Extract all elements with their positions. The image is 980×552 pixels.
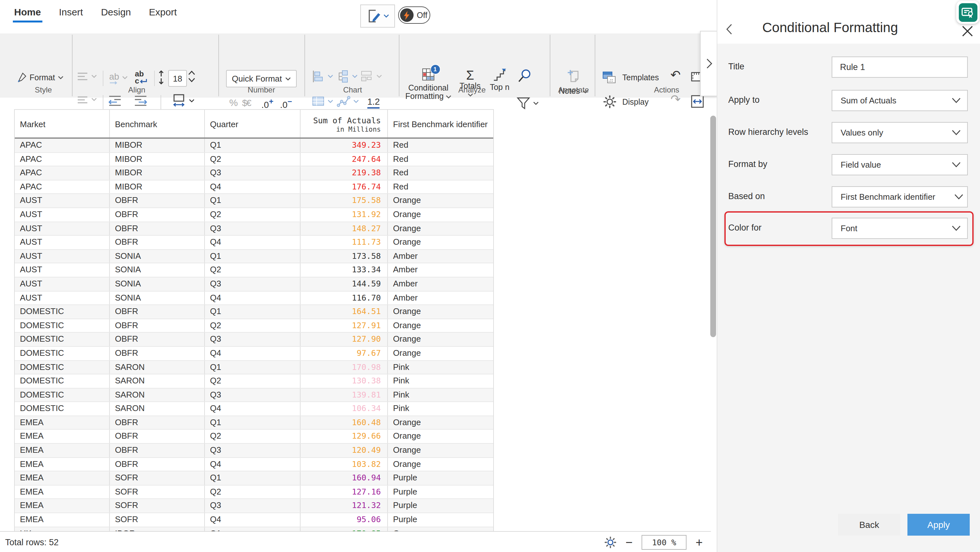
column-header-sum-of-actuals[interactable]: Sum of Actuals in Millions bbox=[301, 110, 388, 137]
cell-value[interactable]: 129.66 bbox=[301, 430, 388, 443]
close-icon[interactable] bbox=[962, 26, 973, 37]
cell-quarter[interactable]: Q3 bbox=[205, 222, 301, 235]
cell-market[interactable]: APAC bbox=[15, 153, 110, 166]
cell-value[interactable]: 175.58 bbox=[301, 194, 388, 207]
zoom-out-button[interactable]: − bbox=[625, 536, 633, 548]
tab-export[interactable]: Export bbox=[149, 6, 177, 22]
table-view-button[interactable] bbox=[312, 96, 333, 107]
table-row[interactable]: DOMESTICSARONQ3139.81Pink bbox=[15, 388, 493, 402]
font-size-input[interactable]: 18 bbox=[168, 70, 187, 87]
table-row[interactable]: EMEASOFRQ1160.94Purple bbox=[15, 472, 493, 485]
cell-quarter[interactable]: Q4 bbox=[205, 180, 301, 194]
cell-value[interactable]: 247.64 bbox=[301, 153, 388, 166]
cell-identifier[interactable]: Orange bbox=[388, 194, 493, 207]
title-input[interactable] bbox=[832, 57, 968, 78]
cell-benchmark[interactable]: MIBOR bbox=[110, 180, 205, 194]
table-row[interactable]: EMEASOFRQ3121.32Purple bbox=[15, 500, 493, 513]
edit-mode-button[interactable] bbox=[360, 5, 395, 28]
cell-benchmark[interactable]: SONIA bbox=[110, 277, 205, 291]
cell-identifier[interactable]: Red bbox=[388, 166, 493, 180]
vertical-scrollbar[interactable] bbox=[710, 116, 716, 337]
cell-market[interactable]: AUST bbox=[15, 236, 110, 249]
cell-value[interactable]: 164.51 bbox=[301, 305, 388, 318]
cell-market[interactable]: AUST bbox=[15, 250, 110, 263]
vertical-align-button[interactable] bbox=[77, 96, 97, 103]
cell-market[interactable]: AUST bbox=[15, 264, 110, 277]
title-input-value[interactable] bbox=[832, 62, 967, 72]
cell-value[interactable]: 127.90 bbox=[301, 333, 388, 346]
column-header-identifier[interactable]: First Benchmark identifier bbox=[388, 110, 493, 137]
decimal-notation-button[interactable]: 1.2 bbox=[368, 96, 380, 108]
cell-quarter[interactable]: Q2 bbox=[205, 430, 301, 443]
cell-benchmark[interactable]: SARON bbox=[110, 374, 205, 388]
cell-market[interactable]: DOMESTIC bbox=[15, 305, 110, 318]
table-row[interactable]: AUSTSONIAQ2133.34Amber bbox=[15, 264, 493, 277]
cell-market[interactable]: EMEA bbox=[15, 513, 110, 526]
cell-quarter[interactable]: Q4 bbox=[205, 236, 301, 249]
cell-benchmark[interactable]: OBFR bbox=[110, 347, 205, 360]
table-row[interactable]: AUSTOBFRQ3148.27Orange bbox=[15, 222, 493, 236]
table-row[interactable]: APACMIBORQ4176.74Red bbox=[15, 180, 493, 194]
cell-identifier[interactable]: Orange bbox=[388, 416, 493, 430]
cell-identifier[interactable]: Purple bbox=[388, 472, 493, 485]
apply-to-dropdown[interactable]: Sum of Actuals bbox=[832, 90, 968, 111]
table-row[interactable]: EMEAOBFRQ3120.49Orange bbox=[15, 444, 493, 458]
cell-quarter[interactable]: Q2 bbox=[205, 208, 301, 221]
cell-identifier[interactable]: Red bbox=[388, 153, 493, 166]
table-row[interactable]: DOMESTICOBFRQ1164.51Orange bbox=[15, 305, 493, 319]
cell-value[interactable]: 95.06 bbox=[301, 513, 388, 526]
cell-identifier[interactable]: Orange bbox=[388, 305, 493, 318]
cell-identifier[interactable]: Orange bbox=[388, 236, 493, 249]
color-for-dropdown[interactable]: Font bbox=[832, 218, 968, 239]
cell-identifier[interactable]: Pink bbox=[388, 374, 493, 388]
column-header-market[interactable]: Market bbox=[15, 110, 110, 137]
cell-quarter[interactable]: Q2 bbox=[205, 153, 301, 166]
cell-value[interactable]: 148.27 bbox=[301, 222, 388, 235]
cell-value[interactable]: 97.67 bbox=[301, 347, 388, 360]
cell-quarter[interactable]: Q4 bbox=[205, 458, 301, 471]
cell-market[interactable]: DOMESTIC bbox=[15, 333, 110, 346]
row-hierarchy-dropdown[interactable]: Values only bbox=[832, 122, 968, 143]
cell-identifier[interactable]: Orange bbox=[388, 458, 493, 471]
cell-value[interactable]: 106.34 bbox=[301, 402, 388, 415]
cell-market[interactable]: APAC bbox=[15, 180, 110, 194]
zoom-level-input[interactable]: 100 % bbox=[641, 535, 687, 549]
cell-value[interactable]: 121.32 bbox=[301, 500, 388, 512]
cell-quarter[interactable]: Q1 bbox=[205, 194, 301, 207]
cell-benchmark[interactable]: OBFR bbox=[110, 236, 205, 249]
tab-insert[interactable]: Insert bbox=[59, 6, 83, 22]
cell-benchmark[interactable]: SONIA bbox=[110, 264, 205, 277]
cell-value[interactable]: 144.59 bbox=[301, 277, 388, 291]
add-decimal-button[interactable]: .0+ bbox=[261, 97, 273, 110]
cell-identifier[interactable]: Orange bbox=[388, 208, 493, 221]
chevron-up-icon[interactable] bbox=[188, 70, 195, 75]
cell-value[interactable]: 111.73 bbox=[301, 236, 388, 249]
remove-decimal-button[interactable]: .0− bbox=[280, 97, 292, 110]
cell-value[interactable]: 130.38 bbox=[301, 374, 388, 388]
cell-quarter[interactable]: Q3 bbox=[205, 277, 301, 291]
cell-benchmark[interactable]: SOFR bbox=[110, 500, 205, 512]
increase-indent-button[interactable] bbox=[134, 95, 148, 107]
cell-identifier[interactable]: Orange bbox=[388, 319, 493, 332]
back-button[interactable]: Back bbox=[838, 514, 900, 536]
cell-quarter[interactable]: Q2 bbox=[205, 319, 301, 332]
resize-button[interactable] bbox=[690, 94, 705, 108]
cell-quarter[interactable]: Q1 bbox=[205, 416, 301, 430]
cell-market[interactable]: EMEA bbox=[15, 416, 110, 430]
cell-market[interactable]: EMEA bbox=[15, 500, 110, 512]
percent-format-button[interactable]: % bbox=[229, 97, 238, 108]
cell-market[interactable]: DOMESTIC bbox=[15, 361, 110, 374]
cell-market[interactable]: EMEA bbox=[15, 430, 110, 443]
search-button[interactable] bbox=[518, 69, 532, 84]
cell-quarter[interactable]: Q3 bbox=[205, 333, 301, 346]
cell-identifier[interactable]: Orange bbox=[388, 347, 493, 360]
font-size-stepper[interactable] bbox=[188, 70, 195, 83]
cell-quarter[interactable]: Q4 bbox=[205, 291, 301, 304]
cell-market[interactable]: EMEA bbox=[15, 485, 110, 499]
cell-identifier[interactable]: Orange bbox=[388, 444, 493, 457]
wrap-text-button[interactable]: ab c bbox=[135, 70, 147, 84]
cell-quarter[interactable]: Q4 bbox=[205, 347, 301, 360]
cell-benchmark[interactable]: OBFR bbox=[110, 222, 205, 235]
currency-format-button[interactable]: $€ bbox=[242, 98, 251, 108]
cell-identifier[interactable]: Amber bbox=[388, 291, 493, 304]
